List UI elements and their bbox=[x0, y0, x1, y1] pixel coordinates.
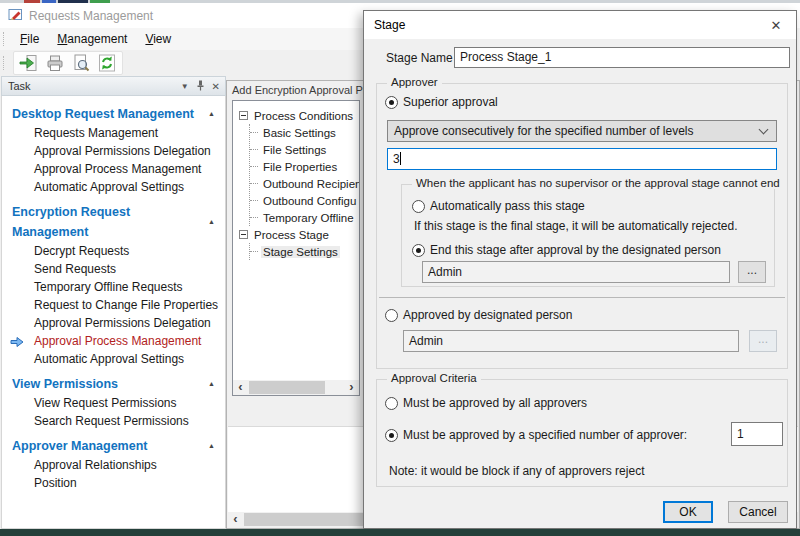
task-section-approver-management: Approver Management ▲ Approval Relations… bbox=[2, 436, 225, 492]
import-button[interactable] bbox=[16, 52, 42, 74]
process-tree: Process Conditions Basic Settings File S… bbox=[232, 100, 360, 396]
designee-field[interactable]: Admin bbox=[422, 261, 730, 283]
chevron-down-icon bbox=[759, 125, 769, 135]
task-item[interactable]: View Request Permissions bbox=[2, 394, 225, 412]
tree-node[interactable]: File Properties bbox=[250, 158, 359, 175]
menu-management[interactable]: Management bbox=[48, 30, 136, 48]
designated-person-field[interactable]: Admin bbox=[403, 330, 739, 352]
task-section-view-permissions: View Permissions ▲ View Request Permissi… bbox=[2, 374, 225, 430]
task-panel-header: Task ▼ ✕ bbox=[1, 76, 226, 96]
collapse-icon[interactable]: ▲ bbox=[208, 104, 215, 124]
refresh-icon bbox=[97, 53, 117, 73]
ok-button[interactable]: OK bbox=[663, 501, 713, 523]
stage-dialog: Stage ✕ Stage Name Process Stage_1 Appro… bbox=[363, 10, 797, 529]
task-item[interactable]: Approval Permissions Delegation bbox=[2, 142, 225, 160]
collapse-icon[interactable]: ▲ bbox=[208, 374, 215, 394]
cancel-button[interactable]: Cancel bbox=[728, 501, 788, 523]
section-header[interactable]: Desktop Request Management ▲ bbox=[2, 104, 225, 124]
collapse-icon[interactable]: ▲ bbox=[208, 212, 215, 232]
approval-mode-select[interactable]: Approve consecutively for the specified … bbox=[387, 120, 777, 142]
all-approvers-radio[interactable] bbox=[385, 397, 398, 410]
menubar-grip bbox=[3, 32, 7, 46]
section-header[interactable]: Encryption Request Management ▲ bbox=[2, 202, 225, 242]
task-section-desktop-request-management: Desktop Request Management ▲ Requests Ma… bbox=[2, 104, 225, 196]
print-button[interactable] bbox=[42, 52, 68, 74]
import-icon bbox=[19, 53, 39, 73]
stage-dialog-title: Stage bbox=[374, 18, 405, 32]
no-supervisor-group-label: When the applicant has no supervisor or … bbox=[412, 177, 784, 189]
approval-criteria-group: Approval Criteria Must be approved by al… bbox=[376, 379, 788, 487]
group-separator bbox=[379, 297, 785, 298]
levels-count-input[interactable]: 3 bbox=[387, 148, 777, 170]
approver-group-label: Approver bbox=[387, 76, 442, 88]
tree-node[interactable]: Outbound Configu bbox=[250, 192, 359, 209]
task-panel-title: Task bbox=[8, 80, 31, 92]
specified-number-radio[interactable] bbox=[385, 429, 398, 442]
tree-collapse-icon[interactable] bbox=[239, 230, 248, 239]
task-item[interactable]: Approval Permissions Delegation bbox=[2, 314, 225, 332]
task-panel: Task ▼ ✕ Desktop Request Management ▲ Re… bbox=[1, 76, 226, 529]
tree-node[interactable]: Temporary Offline bbox=[250, 209, 359, 226]
refresh-button[interactable] bbox=[94, 52, 120, 74]
approver-count-input[interactable]: 1 bbox=[731, 422, 783, 446]
toolbar-grip bbox=[3, 56, 7, 70]
section-header[interactable]: View Permissions ▲ bbox=[2, 374, 225, 394]
task-item[interactable]: Decrypt Requests bbox=[2, 242, 225, 260]
close-icon[interactable]: ✕ bbox=[212, 81, 220, 92]
tree-node[interactable]: File Settings bbox=[250, 141, 359, 158]
stage-name-input[interactable]: Process Stage_1 bbox=[454, 47, 790, 68]
stage-dialog-titlebar: Stage ✕ bbox=[364, 11, 796, 39]
active-item-arrow-icon bbox=[10, 335, 24, 350]
preview-icon bbox=[71, 53, 91, 73]
scrollbar-thumb[interactable] bbox=[249, 381, 325, 394]
task-item[interactable]: Requests Management bbox=[2, 124, 225, 142]
tree-node[interactable]: Basic Settings bbox=[250, 124, 359, 141]
collapse-icon[interactable]: ▲ bbox=[208, 436, 215, 456]
app-icon bbox=[8, 7, 23, 25]
section-header[interactable]: Approver Management ▲ bbox=[2, 436, 225, 456]
designated-person-radio[interactable] bbox=[385, 309, 398, 322]
print-icon bbox=[45, 53, 65, 73]
task-item[interactable]: Search Request Permissions bbox=[2, 412, 225, 430]
task-item[interactable]: Automatic Approval Settings bbox=[2, 350, 225, 368]
scroll-left-icon[interactable]: ‹ bbox=[228, 512, 243, 527]
task-item[interactable]: Approval Relationships bbox=[2, 456, 225, 474]
task-item[interactable]: Approval Process Management bbox=[2, 160, 225, 178]
auto-pass-radio[interactable] bbox=[412, 200, 425, 213]
end-stage-designated-radio[interactable] bbox=[412, 244, 425, 257]
pin-icon[interactable] bbox=[196, 80, 205, 93]
no-supervisor-group: When the applicant has no supervisor or … bbox=[401, 184, 775, 287]
superior-approval-radio[interactable] bbox=[385, 96, 398, 109]
scroll-left-icon[interactable]: ‹ bbox=[233, 380, 248, 395]
close-icon[interactable]: ✕ bbox=[756, 18, 796, 33]
tree-node[interactable]: Outbound Recipien bbox=[250, 175, 359, 192]
task-panel-body: Desktop Request Management ▲ Requests Ma… bbox=[1, 96, 226, 529]
task-item[interactable]: Automatic Approval Settings bbox=[2, 178, 225, 196]
browse-designated-button[interactable]: ... bbox=[749, 330, 777, 352]
approver-group: Approver Superior approval Approve conse… bbox=[376, 83, 788, 369]
task-item[interactable]: Request to Change File Properties bbox=[2, 296, 225, 314]
scroll-right-icon[interactable]: › bbox=[344, 380, 359, 395]
tree-collapse-icon[interactable] bbox=[239, 111, 248, 120]
menu-file[interactable]: File bbox=[11, 30, 48, 48]
text-caret bbox=[400, 152, 401, 165]
preview-button[interactable] bbox=[68, 52, 94, 74]
task-item[interactable]: Send Requests bbox=[2, 260, 225, 278]
panel-menu-icon[interactable]: ▼ bbox=[181, 82, 189, 91]
tree-node-stage-settings[interactable]: Stage Settings bbox=[250, 243, 359, 260]
browse-designee-button[interactable]: ... bbox=[738, 261, 766, 283]
task-item[interactable]: Temporary Offline Requests bbox=[2, 278, 225, 296]
approval-criteria-label: Approval Criteria bbox=[387, 372, 481, 384]
auto-pass-note: If this stage is the final stage, it wil… bbox=[414, 219, 738, 233]
window-title: Requests Management bbox=[29, 9, 153, 23]
task-item-active[interactable]: Approval Process Management bbox=[2, 332, 225, 350]
tree-horizontal-scrollbar[interactable]: ‹ › bbox=[233, 380, 359, 395]
tree-node-process-stage[interactable]: Process Stage bbox=[239, 226, 359, 243]
background-bottom-strip bbox=[0, 529, 800, 536]
task-section-encryption-request-management: Encryption Request Management ▲ Decrypt … bbox=[2, 202, 225, 368]
stage-name-label: Stage Name bbox=[386, 51, 454, 65]
criteria-note: Note: it would be block if any of approv… bbox=[389, 464, 644, 478]
task-item[interactable]: Position bbox=[2, 474, 225, 492]
menu-view[interactable]: View bbox=[136, 30, 180, 48]
tree-node-process-conditions[interactable]: Process Conditions bbox=[239, 107, 359, 124]
